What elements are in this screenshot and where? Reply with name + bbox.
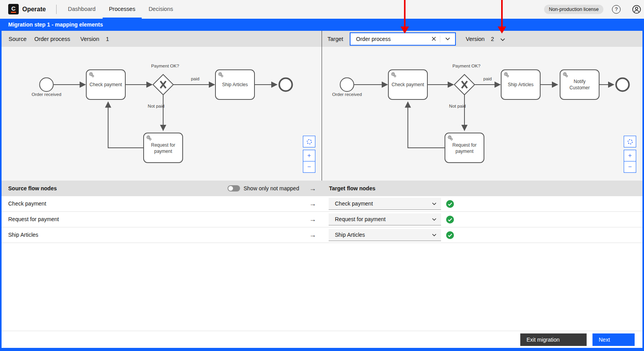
source-node-name: Check payment — [8, 196, 46, 211]
target-start-event[interactable] — [340, 78, 354, 92]
mapping-empty-area — [2, 243, 642, 331]
next-button[interactable]: Next — [592, 333, 635, 346]
zoom-out-button[interactable]: − — [303, 161, 315, 173]
source-panel-header: Source Order process Version 1 — [2, 31, 322, 47]
logo-letter: C — [8, 5, 19, 12]
right-arrow-icon: → — [309, 227, 316, 243]
source-version-value: 1 — [106, 36, 109, 42]
target-task-request-label-2: payment — [455, 149, 474, 154]
nav-tabs: Dashboard Processes Decisions — [62, 0, 180, 19]
chevron-down-icon — [427, 234, 441, 236]
exit-migration-button[interactable]: Exit migration — [520, 333, 587, 346]
panel-headers: Source Order process Version 1 Target Or… — [2, 31, 642, 47]
chevron-down-icon — [427, 202, 441, 205]
target-bpmn-diagram: Order received Check payment Payment OK?… — [322, 47, 642, 181]
camunda-logo-icon[interactable]: C — [8, 4, 19, 14]
target-node-select[interactable]: Check payment — [329, 198, 441, 210]
user-icon[interactable] — [632, 5, 641, 14]
target-task-ship-label: Ship Articles — [508, 82, 534, 87]
right-arrow-icon: → — [309, 196, 316, 211]
target-task-notify-label-2: Customer — [569, 85, 590, 90]
target-node-select[interactable]: Ship Articles — [329, 229, 441, 241]
mapped-check-icon — [446, 216, 454, 223]
chevron-down-icon[interactable] — [440, 33, 455, 45]
zoom-in-button[interactable]: + — [303, 150, 315, 161]
mapped-check-icon — [446, 231, 454, 239]
target-paid-label: paid — [483, 76, 492, 81]
target-version-value: 2 — [491, 36, 494, 42]
tab-decisions[interactable]: Decisions — [142, 0, 180, 19]
source-flow-nodes-header: Source flow nodes — [8, 181, 57, 196]
mapping-row-ship-articles: Ship Articles → Ship Articles — [2, 227, 642, 243]
source-diagram-panel: Order received Check payment Payment OK?… — [2, 47, 322, 181]
target-zoom-controls: + − — [624, 136, 636, 173]
right-arrow-icon: → — [309, 181, 316, 196]
target-node-value: Request for payment — [329, 216, 427, 222]
target-gateway-label: Payment OK? — [452, 64, 480, 68]
source-end-event[interactable] — [279, 78, 292, 91]
reset-viewport-button[interactable] — [624, 136, 636, 147]
right-arrow-icon: → — [309, 212, 316, 227]
mapping-table-header: Source flow nodes Show only not mapped →… — [2, 181, 642, 196]
toggle-label: Show only not mapped — [244, 181, 299, 196]
source-process-name: Order process — [34, 36, 70, 42]
source-paid-label: paid — [191, 76, 199, 81]
source-label: Source — [9, 36, 27, 42]
target-flow-nodes-header: Target flow nodes — [329, 181, 375, 196]
target-start-label: Order received — [332, 92, 362, 97]
target-task-notify-label-1: Notify — [574, 79, 586, 84]
clear-icon[interactable] — [427, 33, 440, 45]
source-node-name: Ship Articles — [8, 227, 38, 243]
tab-dashboard[interactable]: Dashboard — [62, 0, 102, 19]
source-flow-loop — [108, 102, 144, 148]
target-label: Target — [327, 36, 343, 42]
target-node-select[interactable]: Request for payment — [329, 213, 441, 225]
target-process-value: Order process — [350, 36, 427, 42]
reset-viewport-button[interactable] — [303, 136, 315, 147]
source-task-ship-label: Ship Articles — [222, 82, 248, 87]
source-zoom-controls: + − — [303, 136, 315, 173]
top-navbar: C Operate Dashboard Processes Decisions … — [0, 0, 644, 19]
target-task-check-label: Check payment — [391, 82, 424, 87]
version-chevron-down-icon[interactable] — [500, 36, 505, 42]
tab-processes[interactable]: Processes — [103, 0, 142, 19]
source-task-check-label: Check payment — [89, 82, 122, 87]
mapped-check-icon — [446, 200, 454, 208]
target-panel-header: Target Order process Version 2 — [322, 31, 642, 47]
app-name: Operate — [22, 0, 46, 19]
target-end-event[interactable] — [616, 78, 629, 91]
toggle-knob — [228, 186, 233, 191]
migration-footer: Exit migration Next — [2, 331, 642, 348]
diagram-row: Order received Check payment Payment OK?… — [2, 47, 642, 181]
operate-migration-screen: C Operate Dashboard Processes Decisions … — [0, 0, 644, 351]
target-node-value: Check payment — [329, 200, 427, 207]
source-start-label: Order received — [32, 92, 61, 97]
zoom-out-button[interactable]: − — [624, 161, 636, 173]
migration-frame: Migration step 1 - mapping elements Sour… — [0, 19, 644, 351]
source-not-paid-label: Not paid — [148, 104, 165, 108]
target-version-label: Version — [466, 36, 484, 42]
show-only-not-mapped-toggle[interactable] — [228, 185, 240, 191]
logo-underline — [11, 12, 16, 13]
mapping-row-check-payment: Check payment → Check payment — [2, 196, 642, 212]
source-node-name: Request for payment — [8, 212, 59, 227]
mapping-row-request-for-payment: Request for payment → Request for paymen… — [2, 212, 642, 227]
source-task-request-label-1: Request for — [151, 142, 175, 148]
target-not-paid-label: Not paid — [449, 104, 466, 108]
license-badge: Non-production license — [544, 5, 603, 14]
zoom-in-button[interactable]: + — [624, 150, 636, 161]
source-start-event[interactable] — [40, 78, 53, 92]
source-bpmn-diagram: Order received Check payment Payment OK?… — [2, 47, 322, 181]
target-process-combobox[interactable]: Order process — [350, 32, 456, 46]
source-gateway-label: Payment OK? — [151, 64, 179, 68]
target-task-request-label-1: Request for — [452, 142, 477, 148]
target-flow-loop — [408, 102, 445, 148]
migration-banner: Migration step 1 - mapping elements — [2, 19, 642, 31]
help-icon[interactable]: ? — [612, 5, 621, 14]
navbar-divider — [56, 5, 57, 14]
target-node-value: Ship Articles — [329, 232, 427, 238]
source-task-request-label-2: payment — [154, 149, 173, 154]
chevron-down-icon — [427, 218, 441, 221]
source-version-label: Version — [80, 36, 99, 42]
target-diagram-panel: Order received Check payment Payment OK?… — [322, 47, 642, 181]
